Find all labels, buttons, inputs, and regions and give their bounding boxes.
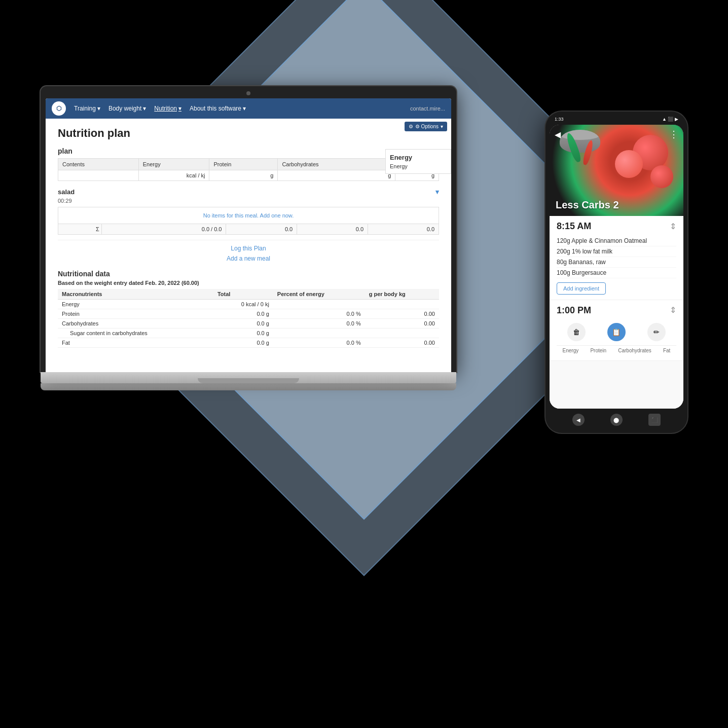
col-contents: Contents	[58, 159, 139, 170]
unit-energy: kcal / kj	[138, 170, 209, 181]
phone-time: 1:33	[555, 117, 564, 122]
phone-screen: ◀ ⋮ Less Carbs 2 8:15 AM ⇕ 120g Apple & …	[550, 125, 683, 409]
unit-row: kcal / kj g g g	[58, 170, 439, 181]
app-logo[interactable]: ⬡	[52, 101, 66, 116]
pencil-icon: ✏	[653, 328, 660, 336]
nav-about[interactable]: About this software ▾	[190, 105, 246, 112]
nav-body-weight[interactable]: Body weight ▾	[108, 105, 146, 112]
meal-1-item-3: 100g Burgersauce	[557, 268, 676, 278]
energy-panel-label: Energy	[390, 163, 447, 169]
unit-carbs: g	[278, 170, 395, 181]
chevron-down-icon: ▾	[178, 105, 181, 112]
unit-contents	[58, 170, 139, 181]
plan-section: plan Contents Energy Protein Carbohydrat…	[58, 147, 439, 265]
add-ingredient-button[interactable]: Add ingredient	[557, 282, 606, 295]
nav-training[interactable]: Training ▾	[74, 105, 100, 112]
nth-per-kg: g per body kg	[365, 289, 439, 300]
phone-meal-2: 1:00 PM ⇕ 🗑 📋 ✏	[550, 300, 683, 361]
laptop-camera	[246, 91, 250, 95]
nutrition-row: Energy0 kcal / 0 kj	[58, 300, 439, 309]
no-items-row: No items for this meal. Add one now.	[58, 207, 439, 224]
meal-2-expand-icon[interactable]: ⇕	[670, 305, 676, 316]
col-carbs: Carbohydrates	[278, 159, 395, 170]
meal-name: salad	[58, 188, 75, 196]
meal-1-expand-icon[interactable]: ⇕	[670, 222, 676, 231]
phone-status-bar: 1:33 ▲ ⬛ ▶	[550, 117, 683, 125]
nth-macronutrients: Macronutrients	[58, 289, 213, 300]
meal-2-nutrition-labels: Energy Protein Carbohydrates Fat	[557, 345, 676, 355]
nutrition-row: Sugar content in carbohydrates0.0 g	[58, 329, 439, 338]
add-meal-link[interactable]: Add a new meal	[58, 253, 439, 264]
log-meal-button[interactable]: 📋	[607, 323, 626, 341]
background: ⬡ Training ▾ Body weight ▾ Nutrition ▾	[0, 0, 728, 728]
nth-percent: Percent of energy	[273, 289, 365, 300]
phone-nav-bar: ◀ ⬤ ⬛	[550, 409, 683, 428]
options-button[interactable]: ⚙ ⚙ Options ▾	[405, 122, 447, 131]
phone-signal-icons: ▲ ⬛ ▶	[662, 117, 678, 122]
nutrition-row: Carbohydrates0.0 g0.0 %0.00	[58, 319, 439, 329]
phone-header-image: ◀ ⋮ Less Carbs 2	[550, 125, 683, 216]
nav-nutrition[interactable]: Nutrition ▾	[154, 105, 181, 112]
meal-collapse-icon[interactable]: ▾	[435, 188, 439, 196]
nutritional-data-heading: Nutritional data	[58, 270, 439, 278]
sigma-symbol: Σ	[58, 224, 102, 235]
meal-time: 00:29	[58, 198, 439, 204]
label-fat: Fat	[663, 348, 670, 353]
phone-device: 1:33 ▲ ⬛ ▶ ◀ ⋮	[545, 112, 687, 433]
meal-2-time: 1:00 PM	[557, 305, 591, 316]
plan-heading: plan	[58, 147, 439, 155]
phone-back-button[interactable]: ◀	[555, 130, 561, 139]
energy-panel-title: Energy	[390, 154, 447, 161]
gear-icon: ⚙	[409, 124, 413, 129]
phone-more-button[interactable]: ⋮	[669, 129, 678, 140]
label-carbs: Carbohydrates	[618, 348, 651, 353]
sigma-row: Σ 0.0 / 0.0 0.0 0.0 0.0	[58, 224, 439, 235]
meal-1-item-2: 80g Bananas, raw	[557, 257, 676, 268]
col-protein: Protein	[209, 159, 278, 170]
meal-1-item-1: 200g 1% low fat milk	[557, 246, 676, 257]
log-icon: 📋	[612, 328, 621, 336]
unit-protein: g	[209, 170, 278, 181]
chevron-down-icon: ▾	[143, 105, 146, 112]
nutrition-row: Fat0.0 g0.0 %0.00	[58, 338, 439, 348]
based-on-text: Based on the weight entry dated Feb. 20,…	[58, 280, 439, 286]
page: { "scene": { "bg_color": "#000" }, "lapt…	[0, 0, 728, 728]
col-energy: Energy	[138, 159, 209, 170]
phone-content: 8:15 AM ⇕ 120g Apple & Cinnamon Oatmeal …	[550, 216, 683, 409]
nutritional-data-section: Nutritional data Based on the weight ent…	[58, 270, 439, 348]
page-title: Nutrition plan	[58, 127, 439, 140]
logo-icon: ⬡	[56, 105, 61, 112]
laptop-main-content: ⚙ ⚙ Options ▾ Energy Energy Nutrition pl…	[46, 119, 451, 362]
laptop-stand	[41, 383, 456, 390]
phone-meal-1: 8:15 AM ⇕ 120g Apple & Cinnamon Oatmeal …	[550, 216, 683, 300]
meal-header: salad ▾	[58, 186, 439, 198]
edit-meal-button[interactable]: ✏	[647, 323, 666, 341]
sigma-protein: 0.0	[226, 224, 297, 235]
tomato-3	[650, 165, 673, 188]
log-plan-link[interactable]: Log this Plan	[58, 243, 439, 253]
plan-table: Contents Energy Protein Carbohydrates Fa…	[58, 158, 439, 181]
phone-header-controls: ◀ ⋮	[550, 125, 683, 144]
phone-plan-title: Less Carbs 2	[556, 199, 619, 211]
meal-1-time-row: 8:15 AM ⇕	[557, 221, 676, 232]
phone-outer: 1:33 ▲ ⬛ ▶ ◀ ⋮	[545, 112, 687, 433]
label-energy: Energy	[563, 348, 579, 353]
trash-icon: 🗑	[573, 328, 580, 336]
meal-2-time-row: 1:00 PM ⇕	[557, 305, 676, 316]
laptop-device: ⬡ Training ▾ Body weight ▾ Nutrition ▾	[41, 86, 456, 390]
sigma-fat: 0.0	[368, 224, 439, 235]
phone-home-nav[interactable]: ⬤	[610, 414, 623, 426]
meal-1-time: 8:15 AM	[557, 221, 591, 232]
chevron-down-icon: ▾	[243, 105, 246, 112]
nav-user-email: contact.mire...	[410, 105, 445, 112]
energy-panel: Energy Energy	[385, 149, 451, 174]
phone-back-nav[interactable]: ◀	[572, 414, 585, 426]
delete-meal-button[interactable]: 🗑	[567, 323, 586, 341]
chevron-down-icon: ▾	[97, 105, 100, 112]
tomato-2	[615, 150, 643, 178]
sigma-energy: 0.0 / 0.0	[101, 224, 226, 235]
plan-actions: Log this Plan Add a new meal	[58, 240, 439, 265]
meal-1-item-0: 120g Apple & Cinnamon Oatmeal	[557, 236, 676, 246]
nth-total: Total	[213, 289, 273, 300]
phone-recents-nav[interactable]: ⬛	[648, 414, 661, 426]
